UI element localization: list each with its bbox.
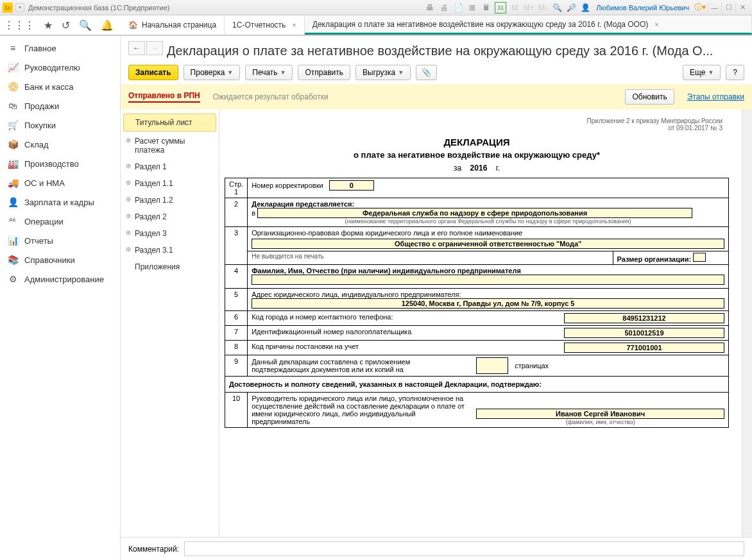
section-label: Раздел 1.1 [135,179,173,188]
section-2[interactable]: ⊕Раздел 2 [121,208,219,225]
app-title: Демонстрационная база (1С:Предприятие) [28,4,169,12]
org-size-field[interactable] [693,253,706,262]
sidebar-item-main[interactable]: ≡Главное [0,38,120,58]
tab-home[interactable]: 🏠 Начальная страница [121,15,225,35]
attach-button[interactable]: 📎 [416,65,437,80]
truck-icon: 🚚 [8,178,18,188]
printer-icon[interactable]: 🖨 [438,2,450,13]
section-title-page[interactable]: Титульный лист [123,114,216,132]
compare-icon[interactable]: ⊞ [466,2,478,13]
authority-field[interactable]: Федеральная служба по надзору в сфере пр… [257,208,692,218]
row-num: 8 [225,341,248,355]
info-icon[interactable]: ⓘ▾ [694,2,706,13]
inn-field[interactable]: 5010012519 [564,328,724,338]
m-minus-icon[interactable]: M- [537,2,549,13]
section-label: Раздел 1 [135,162,167,171]
appendix-note: Приложение 2 к приказу Минприроды России… [225,115,729,134]
kpp-field[interactable]: 771001001 [564,343,724,353]
sidebar-item-hr[interactable]: 👤Зарплата и кадры [0,192,120,212]
apps-icon[interactable]: ⋮⋮⋮ [4,19,35,31]
comment-input[interactable] [184,541,744,556]
m-plus-icon[interactable]: M+ [523,2,534,13]
refresh-button[interactable]: Обновить [625,89,674,105]
tab-reporting[interactable]: 1С-Отчетность × [225,15,305,35]
org-name-field[interactable]: Общество с ограниченной ответственностью… [252,239,724,249]
declaration-subtitle: о плате за негативное воздействие на окр… [225,150,729,164]
pages-field[interactable] [476,357,508,374]
check-button[interactable]: Проверка▼ [184,65,241,80]
tab-home-label: Начальная страница [142,21,216,30]
sidebar-item-production[interactable]: 🏭Производство [0,154,120,173]
section-1-1[interactable]: ⊕Раздел 1.1 [121,175,219,192]
print-icon[interactable]: 🖶 [424,2,436,13]
vertical-scrollbar[interactable] [742,110,752,537]
comment-label: Комментарий: [128,545,179,554]
close-icon[interactable]: × [654,21,658,28]
correction-number-field[interactable]: 0 [329,180,374,191]
save-button[interactable]: Записать [128,65,178,80]
zoom-in-icon[interactable]: 🔍 [551,2,563,13]
sidebar-item-assets[interactable]: 🚚ОС и НМА [0,173,120,192]
history-icon[interactable]: ↺ [62,19,70,31]
section-3[interactable]: ⊕Раздел 3 [121,225,219,242]
section-label: Раздел 2 [135,212,167,221]
menu-icon: ≡ [8,43,18,53]
help-button[interactable]: ? [726,65,744,80]
search-icon[interactable]: 🔍 [79,19,92,31]
sidebar-label: Руководителю [24,63,80,72]
tab-declaration[interactable]: Декларация о плате за негативное воздейс… [305,15,752,35]
row-num: 9 [225,355,248,377]
stages-link[interactable]: Этапы отправки [687,92,744,101]
row-num: 6 [225,311,248,326]
nav-back-button[interactable]: ← [128,41,145,55]
close-button[interactable]: ✕ [735,3,749,13]
bell-icon[interactable]: 🔔 [101,19,114,31]
maximize-button[interactable]: ☐ [721,3,735,13]
send-button[interactable]: Отправить [298,65,350,80]
calendar-icon[interactable]: 31 [495,2,506,13]
close-icon[interactable]: × [292,21,296,29]
sidebar-item-stock[interactable]: 📦Склад [0,135,120,154]
sidebar-item-purchases[interactable]: 🛒Покупки [0,115,120,135]
zoom-out-icon[interactable]: 🔎 [565,2,577,13]
app-menu-dropdown[interactable]: ▾ [15,3,24,12]
more-button[interactable]: Еще▼ [683,65,721,80]
person-icon: 👤 [8,197,18,207]
person-name-field[interactable] [252,275,724,285]
calc-icon[interactable]: 🖩 [481,2,492,13]
m-icon[interactable]: M [509,2,520,13]
chart-icon: 📈 [8,62,18,72]
footer: Комментарий: [121,537,752,560]
more-label: Еще [690,68,705,77]
noprint-note: Не выводится на печать [248,251,613,265]
phone-field[interactable]: 84951231212 [564,313,724,323]
section-3-1[interactable]: ⊕Раздел 3.1 [121,242,219,259]
sidebar-item-manager[interactable]: 📈Руководителю [0,58,120,77]
sidebar-item-references[interactable]: 📚Справочники [0,250,120,269]
print-button[interactable]: Печать▼ [245,65,293,80]
signer-field[interactable]: Иванов Сергей Иванович [476,409,724,419]
bag-icon: 🛍 [8,101,18,111]
sidebar-item-admin[interactable]: ⚙Администрирование [0,269,120,289]
chevron-down-icon: ▼ [708,69,714,76]
chevron-down-icon: ▼ [227,69,233,76]
doc-icon[interactable]: 📄 [452,2,464,13]
section-1-2[interactable]: ⊕Раздел 1.2 [121,192,219,208]
row-num: 3 [225,227,248,265]
sidebar-item-sales[interactable]: 🛍Продажи [0,96,120,115]
sidebar-item-reports[interactable]: 📊Отчеты [0,231,120,250]
section-calc[interactable]: ⊕Расчет суммы платежа [121,133,219,158]
export-button[interactable]: Выгрузка▼ [355,65,411,80]
sidebar-item-operations[interactable]: ᴬᵏОперации [0,212,120,231]
section-1[interactable]: ⊕Раздел 1 [121,158,219,175]
nav-forward-button[interactable]: → [146,41,163,55]
address-field[interactable]: 125040, Москва г, Правды ул, дом № 7/9, … [252,298,724,309]
section-label: Раздел 3 [135,229,167,238]
sidebar-item-bank[interactable]: 📀Банк и касса [0,77,120,96]
star-icon[interactable]: ★ [44,19,53,31]
current-user[interactable]: Любимов Валерий Юрьевич [596,4,689,12]
row-submitted-to: Декларация представляется: в Федеральная… [248,198,729,227]
minimize-button[interactable]: — [707,3,721,13]
section-appendix[interactable]: Приложения [121,259,219,275]
books-icon: 📚 [8,255,18,265]
